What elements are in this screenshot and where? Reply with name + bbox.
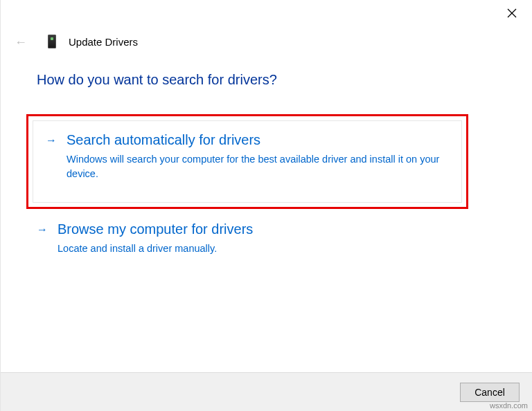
option-title: Search automatically for drivers bbox=[66, 132, 449, 148]
option-title: Browse my computer for drivers bbox=[57, 221, 484, 237]
question-heading: How do you want to search for drivers? bbox=[37, 72, 496, 88]
device-icon bbox=[48, 35, 56, 48]
dialog-title: Update Drivers bbox=[69, 36, 138, 48]
option-body: Browse my computer for drivers Locate an… bbox=[57, 221, 484, 256]
search-automatically-option[interactable]: → Search automatically for drivers Windo… bbox=[33, 120, 462, 203]
close-button[interactable] bbox=[507, 8, 517, 20]
arrow-right-icon: → bbox=[46, 132, 57, 181]
option-body: Search automatically for drivers Windows… bbox=[66, 132, 449, 181]
option-description: Locate and install a driver manually. bbox=[57, 241, 484, 256]
highlighted-option-frame: → Search automatically for drivers Windo… bbox=[26, 114, 468, 209]
dialog-content: How do you want to search for drivers? →… bbox=[1, 48, 532, 263]
update-drivers-dialog: ← Update Drivers How do you want to sear… bbox=[0, 0, 532, 411]
dialog-header: ← Update Drivers bbox=[1, 0, 532, 48]
option-description: Windows will search your computer for th… bbox=[66, 152, 449, 181]
watermark-text: wsxdn.com bbox=[490, 401, 528, 410]
browse-computer-option[interactable]: → Browse my computer for drivers Locate … bbox=[37, 221, 496, 263]
arrow-right-icon: → bbox=[37, 221, 48, 256]
dialog-footer: Cancel bbox=[1, 372, 532, 411]
close-icon bbox=[507, 8, 517, 18]
back-arrow-icon[interactable]: ← bbox=[15, 36, 27, 48]
cancel-button[interactable]: Cancel bbox=[460, 383, 520, 402]
